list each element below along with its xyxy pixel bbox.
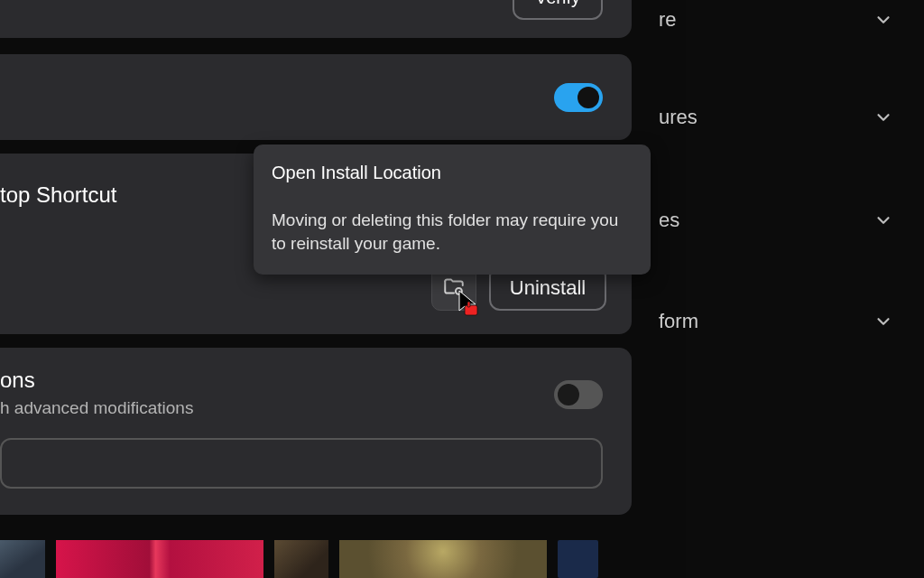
sidebar-backdrop: [686, 0, 924, 578]
toggle-knob: [578, 87, 599, 108]
mods-subtext: h advanced modifications: [0, 398, 193, 418]
toggle-knob: [558, 384, 579, 406]
sidebar-item-1[interactable]: ures: [659, 90, 893, 144]
sidebar-item-0[interactable]: re: [659, 0, 893, 47]
game-thumbnail[interactable]: [0, 540, 45, 578]
sidebar-item-2[interactable]: es: [659, 193, 893, 247]
game-thumbnail[interactable]: [274, 540, 328, 578]
verify-button-label: Verify: [535, 0, 580, 8]
verify-panel: Verify: [0, 0, 632, 38]
shortcut-label: top Shortcut: [0, 182, 116, 208]
game-thumbnail[interactable]: [339, 540, 547, 578]
mods-toggle-switch[interactable]: [554, 380, 603, 409]
verify-button[interactable]: Verify: [513, 0, 603, 20]
modifications-panel: ons h advanced modifications: [0, 348, 632, 515]
game-thumbnail[interactable]: [558, 540, 598, 578]
mods-input[interactable]: [0, 438, 603, 489]
chevron-down-icon: [873, 107, 893, 127]
tooltip-title: Open Install Location: [272, 161, 633, 185]
tooltip-open-install-location: Open Install Location Moving or deleting…: [254, 144, 651, 275]
toggle-switch-on[interactable]: [554, 83, 603, 112]
game-thumbnail[interactable]: [56, 540, 263, 578]
toggle-panel: [0, 54, 632, 140]
tooltip-body: Moving or deleting this folder may requi…: [272, 209, 633, 255]
chevron-down-icon: [873, 312, 893, 331]
chevron-down-icon: [873, 210, 893, 230]
folder-search-icon: [442, 275, 466, 302]
uninstall-button-label: Uninstall: [510, 276, 586, 300]
mods-heading: ons: [0, 368, 35, 393]
sidebar-item-3[interactable]: form: [659, 294, 893, 349]
chevron-down-icon: [873, 10, 893, 30]
thumbnail-strip: [0, 540, 686, 578]
